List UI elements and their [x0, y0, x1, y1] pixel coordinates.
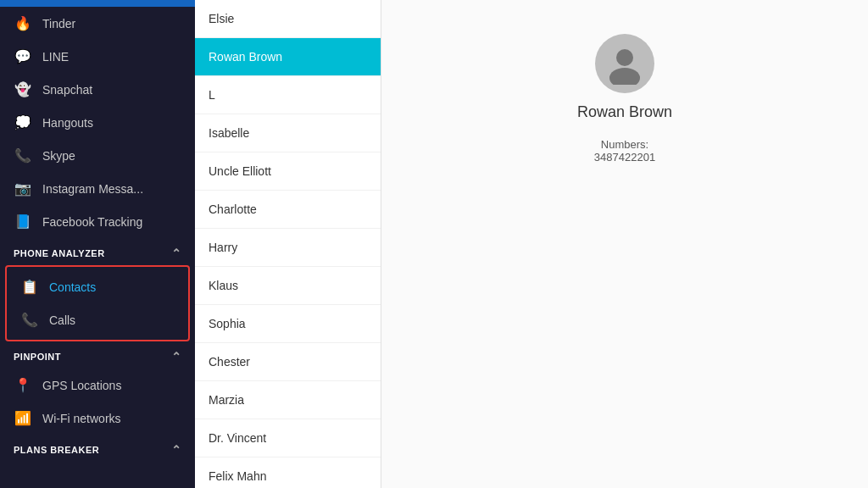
contact-item-klaus[interactable]: Klaus	[195, 267, 381, 305]
contact-name: Rowan Brown	[577, 103, 672, 121]
contact-item-uncle[interactable]: Uncle Elliott	[195, 152, 381, 191]
contact-item-harry[interactable]: Harry	[195, 229, 381, 267]
phone-analyzer-label: PHONE ANALYZER	[14, 248, 105, 258]
chevron-icon: ⌃	[171, 247, 182, 260]
contacts-panel: ElsieRowan BrownLIsabelleUncle ElliottCh…	[195, 0, 381, 488]
sidebar-item-hangouts[interactable]: 💭 Hangouts	[0, 106, 195, 139]
sidebar-item-label: Facebook Tracking	[42, 215, 181, 229]
sidebar-item-tinder[interactable]: 🔥 Tinder	[0, 7, 195, 40]
contact-item-charlotte[interactable]: Charlotte	[195, 191, 381, 229]
sidebar-item-label: Contacts	[49, 280, 175, 294]
line-icon: 💬	[14, 48, 32, 64]
plans-breaker-section: PLANS BREAKER ⌃	[0, 435, 195, 462]
sidebar-item-label: Skype	[42, 149, 181, 163]
sidebar-item-label: LINE	[42, 50, 181, 64]
svg-point-1	[609, 68, 640, 85]
pinpoint-section: PINPOINT ⌃	[0, 341, 195, 369]
avatar	[595, 34, 654, 93]
skype-icon: 📞	[14, 147, 32, 164]
calls-icon: 📞	[20, 312, 39, 328]
contacts-icon: 📋	[20, 279, 39, 295]
chevron-icon-pinpoint: ⌃	[171, 350, 182, 363]
sidebar-item-facebook[interactable]: 📘 Facebook Tracking	[0, 205, 195, 238]
sidebar-item-line[interactable]: 💬 LINE	[0, 40, 195, 73]
wifi-icon: 📶	[14, 410, 32, 426]
contact-item-sophia[interactable]: Sophia	[195, 305, 381, 343]
sidebar-item-calls[interactable]: 📞 Calls	[7, 303, 188, 336]
contact-item-elsie[interactable]: Elsie	[195, 0, 381, 38]
tinder-icon: 🔥	[14, 15, 32, 31]
phone-analyzer-section: PHONE ANALYZER ⌃	[0, 238, 195, 265]
sidebar-item-skype[interactable]: 📞 Skype	[0, 139, 195, 172]
sidebar-item-label: Calls	[49, 313, 175, 327]
snapchat-icon: 👻	[14, 81, 32, 97]
pinpoint-label: PINPOINT	[14, 352, 61, 362]
contact-item-marzia[interactable]: Marzia	[195, 381, 381, 419]
numbers-label: Numbers:	[601, 138, 648, 151]
sidebar-item-gps[interactable]: 📍 GPS Locations	[0, 369, 195, 402]
contact-item-chester[interactable]: Chester	[195, 343, 381, 381]
sidebar-item-label: Wi-Fi networks	[42, 412, 181, 425]
sidebar-item-snapchat[interactable]: 👻 Snapchat	[0, 73, 195, 106]
plans-breaker-label: PLANS BREAKER	[14, 445, 99, 455]
sidebar-item-contacts[interactable]: 📋 Contacts	[7, 270, 188, 303]
sidebar-item-label: Tinder	[42, 17, 181, 30]
sidebar-item-label: GPS Locations	[42, 379, 181, 392]
top-bar	[0, 0, 195, 7]
contact-item-isabelle[interactable]: Isabelle	[195, 114, 381, 152]
sidebar-item-instagram[interactable]: 📷 Instagram Messa...	[0, 172, 195, 205]
instagram-icon: 📷	[14, 180, 32, 197]
contact-item-dr_vincent[interactable]: Dr. Vincent	[195, 419, 381, 458]
chevron-icon-plans: ⌃	[171, 443, 182, 457]
sidebar-item-wifi[interactable]: 📶 Wi-Fi networks	[0, 402, 195, 435]
svg-point-0	[616, 49, 633, 66]
gps-icon: 📍	[14, 377, 32, 393]
detail-panel: Rowan Brown Numbers: 3487422201	[381, 0, 868, 488]
contact-item-rowan[interactable]: Rowan Brown	[195, 38, 381, 76]
phone-number: 3487422201	[594, 151, 655, 164]
contact-item-l[interactable]: L	[195, 76, 381, 114]
sidebar: 🔥 Tinder 💬 LINE 👻 Snapchat 💭 Hangouts 📞 …	[0, 0, 195, 488]
contact-item-felix[interactable]: Felix Mahn	[195, 458, 381, 488]
hangouts-icon: 💭	[14, 114, 32, 130]
person-icon	[604, 42, 646, 85]
facebook-icon: 📘	[14, 214, 32, 230]
sidebar-item-label: Hangouts	[42, 116, 181, 130]
phone-analyzer-box: 📋 Contacts 📞 Calls	[5, 265, 190, 341]
sidebar-item-label: Snapchat	[42, 83, 181, 97]
sidebar-item-label: Instagram Messa...	[42, 182, 181, 196]
